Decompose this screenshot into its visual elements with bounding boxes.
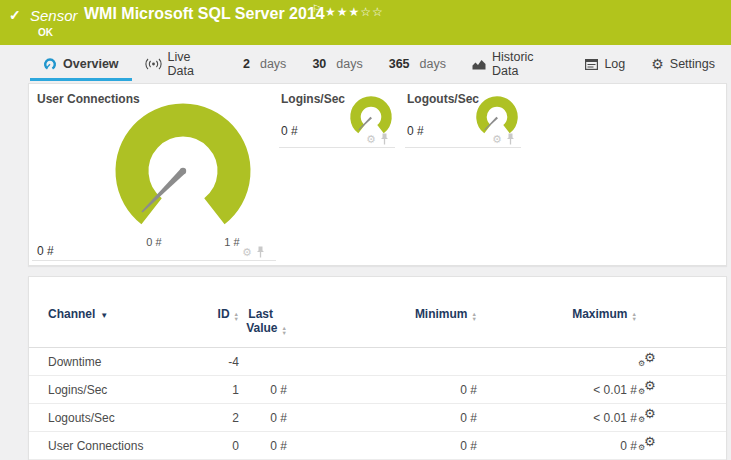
channel-maximum: 0 # (477, 439, 637, 453)
channel-id: 1 (194, 383, 239, 397)
logouts-gauge-actions: ⚙ (492, 133, 515, 145)
primary-gauge-value: 0 # (37, 244, 54, 258)
priority-stars[interactable]: ★★★☆☆ (325, 5, 384, 19)
channel-settings-gears-icon[interactable]: ⚙⚙ (637, 381, 670, 399)
column-header-id[interactable]: ID▲▼ (194, 307, 239, 321)
tab-365-days[interactable]: 365 days (376, 50, 459, 81)
sort-icon[interactable]: ▲▼ (632, 312, 637, 321)
channel-table-panel: Channel▼ ID▲▼ Last Value▲▼ Minimum▲▼ Max… (28, 276, 727, 460)
object-kind-label: Sensor (30, 7, 78, 24)
sensor-title: WMI Microsoft SQL Server 2014 (84, 5, 325, 23)
table-row-logouts-sec: Logouts/Sec 2 0 # 0 # < 0.01 # ⚙⚙ (29, 404, 726, 432)
channel-minimum: 0 # (287, 383, 477, 397)
tab-overview[interactable]: Overview (30, 50, 132, 81)
channel-settings-gears-icon[interactable]: ⚙⚙ (637, 409, 670, 427)
pin-icon[interactable] (506, 133, 515, 145)
tab-label-number: 30 (312, 57, 326, 71)
logins-gauge-title: Logins/Sec (281, 92, 345, 106)
tab-label: Log (604, 57, 625, 71)
tab-label-number: 2 (243, 57, 250, 71)
logins-gauge-actions: ⚙ (366, 133, 389, 145)
channel-last-value: 0 # (239, 439, 287, 453)
channel-sort-arrow-icon[interactable]: ▼ (100, 311, 108, 320)
logins-gauge-value: 0 # (281, 124, 298, 138)
tab-live-data[interactable]: Live Data (132, 50, 230, 81)
channel-settings-gears-icon[interactable]: ⚙⚙ (637, 353, 670, 371)
channel-name: Logins/Sec (48, 383, 194, 397)
tab-label-unit: days (420, 57, 446, 71)
pin-icon[interactable] (256, 246, 265, 258)
channel-minimum: 0 # (287, 439, 477, 453)
user-connections-gauge (108, 96, 258, 246)
channel-maximum: < 0.01 # (477, 383, 637, 397)
table-row-user-connections: User Connections 0 0 # 0 # 0 # ⚙⚙ (29, 432, 726, 460)
channel-last-value: 0 # (239, 383, 287, 397)
sensor-status-text: OK (38, 27, 53, 38)
channel-settings-gears-icon[interactable]: ⚙⚙ (637, 437, 670, 455)
table-row-logins-sec: Logins/Sec 1 0 # 0 # < 0.01 # ⚙⚙ (29, 376, 726, 404)
tab-label-unit: days (336, 57, 362, 71)
pin-icon[interactable] (380, 133, 389, 145)
sensor-status-bar: ✓ Sensor WMI Microsoft SQL Server 2014 ⚐… (0, 0, 731, 45)
overview-gauges-panel: User Connections 0 # 1 # 0 # ⚙ Logins/Se… (28, 83, 727, 266)
tab-label-unit: days (260, 57, 286, 71)
tab-bar: Overview Live Data 2 days 30 days 365 da… (30, 50, 728, 81)
tab-label: Settings (670, 57, 715, 71)
channel-minimum: 0 # (287, 411, 477, 425)
gauge-settings-gear-icon[interactable]: ⚙ (242, 247, 252, 258)
column-header-last-value[interactable]: Last Value▲▼ (239, 307, 287, 335)
tab-2-days[interactable]: 2 days (230, 50, 299, 81)
sort-icon[interactable]: ▲▼ (282, 326, 287, 335)
tab-label: Historic Data (492, 50, 559, 78)
column-header-minimum[interactable]: Minimum▲▼ (287, 307, 477, 321)
tab-label: Live Data (168, 50, 217, 78)
divider (405, 147, 521, 148)
gauge-icon (43, 58, 57, 71)
tab-settings[interactable]: ⚙ Settings (638, 50, 728, 81)
logouts-gauge-title: Logouts/Sec (407, 92, 479, 106)
channel-table-header: Channel▼ ID▲▼ Last Value▲▼ Minimum▲▼ Max… (29, 307, 726, 348)
channel-id: 2 (194, 411, 239, 425)
log-icon (585, 59, 598, 70)
live-data-icon (145, 58, 162, 70)
historic-chart-icon (472, 59, 486, 70)
channel-name: Logouts/Sec (48, 411, 194, 425)
channel-name: User Connections (48, 439, 194, 453)
tab-label-number: 365 (389, 57, 410, 71)
priority-flag-icon[interactable]: ⚐ (312, 3, 321, 14)
gear-icon: ⚙ (651, 57, 664, 71)
gauge-settings-gear-icon[interactable]: ⚙ (492, 134, 502, 145)
tab-historic-data[interactable]: Historic Data (459, 50, 572, 81)
channel-name: Downtime (48, 355, 194, 369)
tab-log[interactable]: Log (572, 50, 638, 81)
channel-maximum: < 0.01 # (477, 411, 637, 425)
channel-id: -4 (194, 355, 239, 369)
gauge-scale-min: 0 # (137, 236, 171, 248)
table-row-downtime: Downtime -4 ⚙⚙ (29, 348, 726, 376)
gauge-settings-gear-icon[interactable]: ⚙ (366, 134, 376, 145)
divider (32, 260, 276, 261)
channel-id: 0 (194, 439, 239, 453)
channel-last-value: 0 # (239, 411, 287, 425)
primary-gauge-actions: ⚙ (242, 246, 265, 258)
status-ok-check-icon: ✓ (9, 7, 21, 23)
column-header-channel[interactable]: Channel▼ (48, 307, 194, 321)
tab-30-days[interactable]: 30 days (299, 50, 375, 81)
divider (279, 147, 395, 148)
tab-label: Overview (63, 57, 119, 71)
logouts-gauge-value: 0 # (407, 124, 424, 138)
column-header-maximum[interactable]: Maximum▲▼ (477, 307, 637, 321)
